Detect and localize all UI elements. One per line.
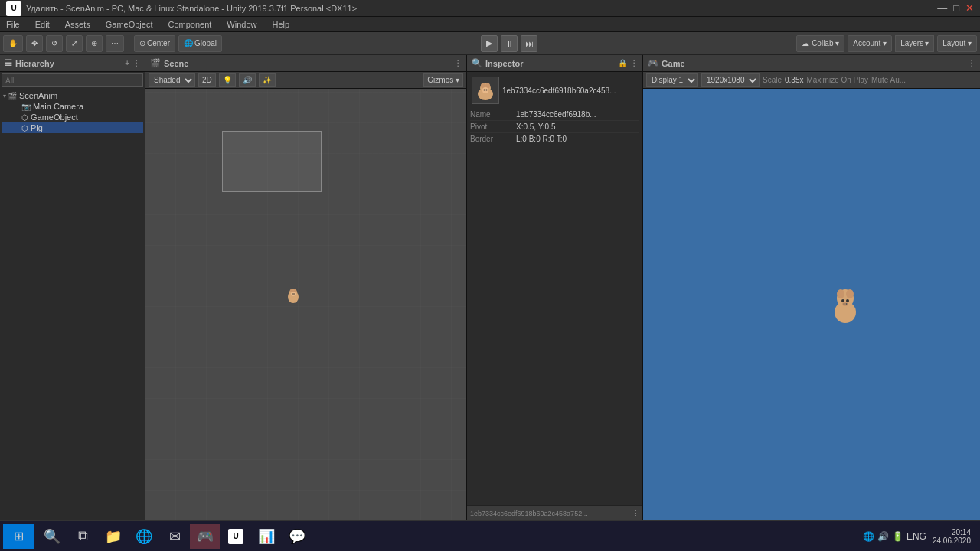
close-button[interactable]: ✕ xyxy=(965,2,974,14)
pivot-global-button[interactable]: 🌐 Global xyxy=(178,35,222,52)
window-controls: — □ ✕ xyxy=(937,2,974,14)
network-icon[interactable]: 🌐 xyxy=(863,531,874,542)
svg-point-4 xyxy=(291,292,296,296)
svg-point-5 xyxy=(292,293,293,295)
svg-point-23 xyxy=(846,303,848,305)
inspector-row-border: Border L:0 B:0 R:0 T:0 xyxy=(470,133,639,145)
game-toolbar: Display 1 1920x1080 Scale 0.35x Maximize… xyxy=(643,72,980,89)
asset-path-menu[interactable]: ⋮ xyxy=(632,510,639,517)
border-value: L:0 B:0 R:0 T:0 xyxy=(516,135,567,143)
scene-object-bounds xyxy=(222,131,322,192)
hierarchy-title: Hierarchy xyxy=(15,59,54,68)
asset-header: 1eb7334cc6edf6918b60a2c458... xyxy=(470,75,639,106)
taskbar-browser[interactable]: 🌐 xyxy=(129,524,159,549)
play-button[interactable]: ▶ xyxy=(481,35,498,52)
hier-item-sceneanim[interactable]: ▾ 🎬 ScenAnim xyxy=(2,90,143,101)
menu-edit[interactable]: Edit xyxy=(32,20,53,29)
menu-gameobject[interactable]: GameObject xyxy=(103,20,156,29)
layout-button[interactable]: Layout ▾ xyxy=(937,35,977,52)
minimize-button[interactable]: — xyxy=(937,2,947,14)
inspector-menu-button[interactable]: ⋮ xyxy=(630,59,638,67)
hier-item-pig[interactable]: ⬡ Pig xyxy=(2,122,143,133)
svg-point-6 xyxy=(293,293,295,295)
move-tool[interactable]: ✥ xyxy=(26,35,43,52)
windows-taskbar: ⊞ 🔍 ⧉ 📁 🌐 ✉ 🎮 U 📊 💬 🌐 🔊 🔋 ENG 20:14 24.0… xyxy=(0,520,980,551)
hierarchy-search[interactable] xyxy=(2,73,143,87)
scene-viewport[interactable] xyxy=(145,89,466,520)
game-title: Game xyxy=(662,59,685,68)
menu-help[interactable]: Help xyxy=(269,20,292,29)
maximize-button[interactable]: □ xyxy=(953,2,959,14)
taskbar-unknown-1[interactable]: 🎮 xyxy=(190,524,220,549)
multi-tool[interactable]: ⋯ xyxy=(106,35,124,52)
sound-icon[interactable]: 🔊 xyxy=(877,531,889,542)
pivot-center-button[interactable]: ⊙ Center xyxy=(134,35,175,52)
name-value: 1eb7334cc6edf6918b... xyxy=(516,110,596,119)
hierarchy-actions: + ⋮ xyxy=(125,59,140,67)
menu-file[interactable]: File xyxy=(3,20,23,29)
start-button[interactable]: ⊞ xyxy=(3,524,34,549)
hier-item-gameobject[interactable]: ⬡ GameObject xyxy=(2,112,143,122)
pause-button[interactable]: ⏸ xyxy=(501,35,518,52)
battery-icon[interactable]: 🔋 xyxy=(892,531,903,542)
pig-game-object xyxy=(828,283,863,327)
titlebar: U Удалить - ScenAnim - PC, Mac & Linux S… xyxy=(0,0,980,17)
scene-title: Scene xyxy=(164,59,188,68)
taskbar-right-area: 🌐 🔊 🔋 ENG 20:14 24.06.2020 xyxy=(863,528,977,545)
scene-panel: 🎬 Scene ⋮ Shaded 2D 💡 🔊 ✨ Gizmos ▾ xyxy=(145,55,467,520)
resolution-select[interactable]: 1920x1080 xyxy=(701,73,760,87)
taskbar-search[interactable]: 🔍 xyxy=(37,524,67,549)
inspector-lock-button[interactable]: 🔒 xyxy=(618,59,627,67)
clock[interactable]: 20:14 24.06.2020 xyxy=(933,528,971,545)
toolbar-right: ☁ Collab ▾ Account ▾ Layers ▾ Layout ▾ xyxy=(796,35,977,52)
svg-point-17 xyxy=(846,289,854,298)
menubar: File Edit Assets GameObject Component Wi… xyxy=(0,17,980,32)
effects-button[interactable]: ✨ xyxy=(259,73,276,87)
maximize-on-play-button[interactable]: Maximize On Play xyxy=(806,76,868,84)
rotate-tool[interactable]: ↺ xyxy=(46,35,63,52)
unity-icon: U xyxy=(6,1,21,16)
taskbar-unity[interactable]: U xyxy=(220,524,251,549)
hand-tool[interactable]: ✋ xyxy=(3,35,23,52)
system-tray-icons: 🌐 🔊 🔋 ENG xyxy=(863,531,926,542)
pivot-label: Pivot xyxy=(470,122,516,131)
lighting-button[interactable]: 💡 xyxy=(219,73,236,87)
hierarchy-add-button[interactable]: + xyxy=(125,59,129,67)
mute-audio-button[interactable]: Mute Au... xyxy=(871,76,906,84)
shading-mode-select[interactable]: Shaded xyxy=(149,73,195,87)
menu-assets[interactable]: Assets xyxy=(62,20,93,29)
asset-name-text: 1eb7334cc6edf6918b60a2c458... xyxy=(502,86,616,95)
hier-item-maincamera[interactable]: 📷 Main Camera xyxy=(2,101,143,112)
gizmos-select[interactable]: Gizmos ▾ xyxy=(423,73,463,87)
hierarchy-menu-button[interactable]: ⋮ xyxy=(132,59,140,67)
playmode-controls: ▶ ⏸ ⏭ xyxy=(481,35,537,52)
scale-slider[interactable]: 0.35x xyxy=(785,76,803,84)
taskbar-taskview[interactable]: ⧉ xyxy=(67,524,98,549)
scene-menu-button[interactable]: ⋮ xyxy=(454,59,462,67)
taskbar-unknown-2[interactable]: 📊 xyxy=(251,524,282,549)
pivot-value: X:0.5, Y:0.5 xyxy=(516,122,556,131)
menu-component[interactable]: Component xyxy=(165,20,214,29)
pig-scene-object[interactable] xyxy=(286,286,301,306)
2d-button[interactable]: 2D xyxy=(198,73,216,87)
menu-window[interactable]: Window xyxy=(224,20,260,29)
svg-point-11 xyxy=(482,87,488,93)
rect-tool[interactable]: ⊕ xyxy=(86,35,103,52)
step-button[interactable]: ⏭ xyxy=(521,35,537,52)
scale-tool[interactable]: ⤢ xyxy=(66,35,83,52)
game-menu-button[interactable]: ⋮ xyxy=(968,59,975,67)
gizmos-button[interactable]: Gizmos ▾ xyxy=(423,73,463,87)
border-label: Border xyxy=(470,135,516,143)
layers-button[interactable]: Layers ▾ xyxy=(895,35,934,52)
taskbar-mail[interactable]: ✉ xyxy=(159,524,190,549)
display-select[interactable]: Display 1 xyxy=(646,73,698,87)
taskbar-unknown-3[interactable]: 💬 xyxy=(282,524,312,549)
audio-button[interactable]: 🔊 xyxy=(239,73,256,87)
name-label: Name xyxy=(470,110,516,119)
lang-indicator[interactable]: ENG xyxy=(906,531,926,542)
account-button[interactable]: Account ▾ xyxy=(848,35,892,52)
game-viewport[interactable] xyxy=(643,89,980,520)
collab-button[interactable]: ☁ Collab ▾ xyxy=(796,35,844,52)
taskbar-file-explorer[interactable]: 📁 xyxy=(98,524,129,549)
inspector-panel: 🔍 Inspector 🔒 ⋮ xyxy=(467,55,643,520)
